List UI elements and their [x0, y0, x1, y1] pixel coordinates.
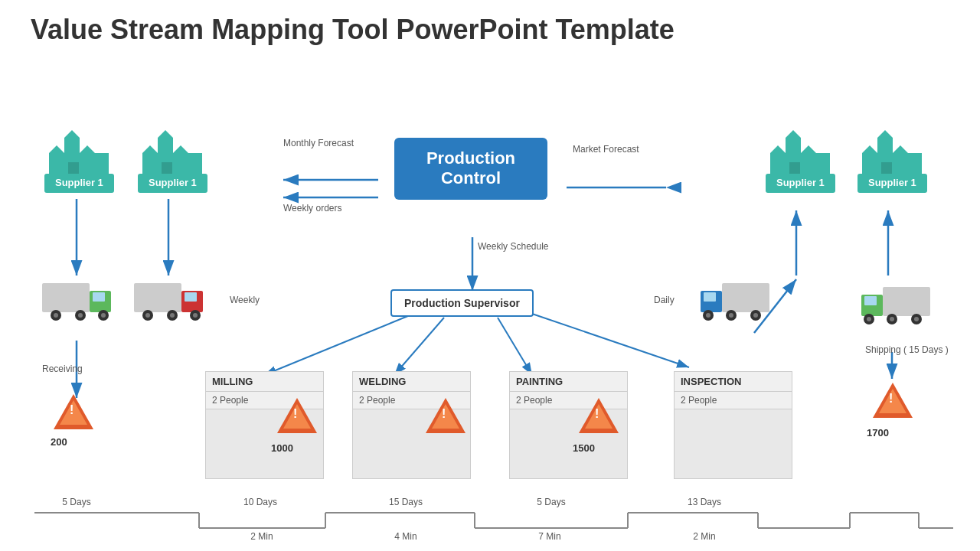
svg-text:13 Days: 13 Days — [688, 497, 721, 507]
svg-point-62 — [890, 317, 894, 321]
svg-point-33 — [54, 313, 58, 318]
page-title: Value Stream Mapping Tool PowerPoint Tem… — [0, 0, 980, 46]
receiving-label: Receiving — [42, 364, 83, 374]
svg-point-42 — [145, 313, 150, 318]
diagram-area: Production Control Monthly Forecast Week… — [0, 61, 980, 551]
svg-point-60 — [867, 317, 871, 321]
supplier-right-1: Supplier 1 — [766, 130, 835, 193]
svg-line-8 — [498, 318, 532, 375]
svg-rect-31 — [93, 292, 105, 302]
svg-point-46 — [193, 313, 198, 318]
painting-value: 1500 — [573, 442, 595, 454]
svg-rect-56 — [883, 287, 930, 316]
svg-text:5 Days: 5 Days — [537, 497, 565, 507]
milling-value: 1000 — [271, 442, 293, 454]
svg-text:5 Days: 5 Days — [62, 497, 90, 507]
truck-right-1 — [697, 276, 769, 324]
shipping-value: 1700 — [867, 427, 889, 439]
svg-text:7 Min: 7 Min — [538, 531, 560, 540]
svg-text:2 Min: 2 Min — [250, 531, 273, 540]
svg-point-44 — [170, 313, 175, 318]
svg-point-64 — [914, 317, 919, 321]
production-supervisor-box: Production Supervisor — [390, 289, 534, 317]
svg-line-7 — [394, 318, 444, 375]
svg-point-55 — [753, 313, 758, 318]
monthly-forecast-label: Monthly Forecast — [283, 138, 354, 148]
svg-rect-49 — [704, 292, 716, 302]
svg-line-6 — [264, 314, 413, 375]
svg-rect-47 — [722, 283, 769, 312]
svg-point-51 — [706, 313, 710, 318]
svg-point-35 — [78, 313, 83, 318]
supplier-left-2: Supplier 1 — [138, 130, 207, 193]
svg-point-37 — [101, 313, 106, 318]
weekly-label: Weekly — [230, 295, 260, 305]
svg-rect-58 — [864, 296, 877, 305]
daily-label: Daily — [654, 295, 675, 305]
truck-right-2 — [858, 279, 930, 328]
weekly-schedule-label: Weekly Schedule — [478, 241, 549, 252]
svg-rect-38 — [134, 283, 181, 312]
market-forecast-label: Market Forecast — [573, 144, 665, 155]
production-control-box: Production Control — [394, 138, 547, 200]
supplier-right-2: Supplier 1 — [858, 130, 927, 193]
svg-text:10 Days: 10 Days — [243, 497, 277, 507]
truck-left-2 — [134, 276, 207, 324]
svg-line-9 — [532, 314, 689, 367]
weekly-orders-label: Weekly orders — [283, 203, 341, 214]
svg-rect-40 — [185, 292, 197, 302]
truck-left-1 — [42, 276, 115, 324]
process-inspection: INSPECTION 2 People — [674, 371, 792, 479]
shipping-label: Shipping ( 15 Days ) — [865, 344, 949, 357]
svg-point-53 — [729, 313, 733, 318]
supplier-left-1: Supplier 1 — [44, 130, 114, 193]
svg-text:15 Days: 15 Days — [389, 497, 423, 507]
svg-text:2 Min: 2 Min — [693, 531, 715, 540]
svg-rect-29 — [42, 283, 90, 312]
receiving-value: 200 — [51, 436, 67, 448]
svg-text:4 Min: 4 Min — [394, 531, 416, 540]
